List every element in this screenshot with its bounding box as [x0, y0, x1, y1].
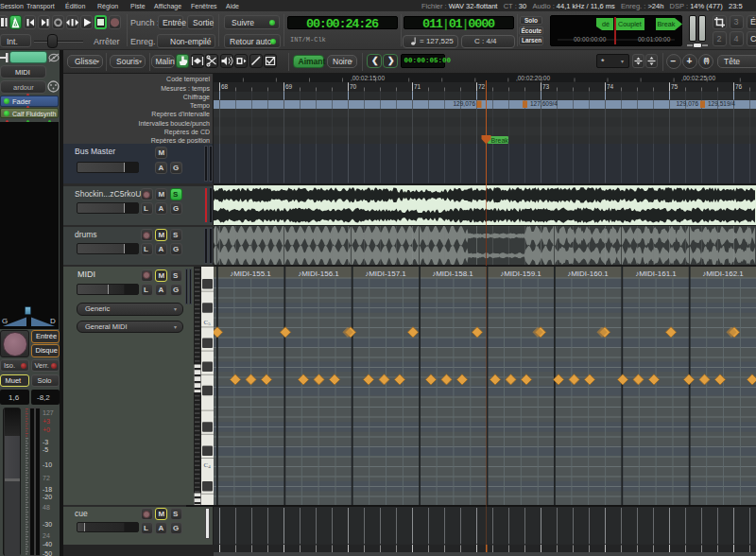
svg-text:♪MIDI-162.1: ♪MIDI-162.1	[702, 269, 744, 277]
svg-text:♪MIDI-156.1: ♪MIDI-156.1	[298, 269, 339, 277]
svg-text:,00:02:20:00: ,00:02:20:00	[516, 75, 551, 81]
svg-text:,00:02:25:00: ,00:02:25:00	[681, 75, 716, 81]
svg-text:00:01:00:00: 00:01:00:00	[638, 36, 671, 43]
svg-text:129,076: 129,076	[677, 100, 699, 107]
svg-text:127,609/4: 127,609/4	[530, 100, 558, 107]
svg-text:D: D	[50, 317, 56, 325]
svg-text:♪MIDI-160.1: ♪MIDI-160.1	[567, 269, 609, 277]
svg-text:♪MIDI-161.1: ♪MIDI-161.1	[635, 269, 677, 277]
svg-text:C4: C4	[204, 460, 212, 468]
svg-text:69: 69	[285, 83, 293, 90]
svg-text:dé: dé	[602, 20, 610, 28]
svg-text:129,076: 129,076	[454, 100, 476, 107]
svg-text:70: 70	[350, 83, 357, 90]
svg-text:00:00:00:00: 00:00:00:00	[574, 36, 607, 43]
svg-text:73: 73	[542, 83, 550, 90]
svg-text:71: 71	[414, 83, 421, 90]
svg-text:129,519/4: 129,519/4	[708, 100, 735, 107]
svg-text:72: 72	[478, 83, 486, 90]
svg-text:♪MIDI-155.1: ♪MIDI-155.1	[230, 269, 271, 277]
svg-text:68: 68	[221, 83, 229, 90]
svg-text:♪MIDI-159.1: ♪MIDI-159.1	[500, 269, 541, 277]
svg-text:75: 75	[671, 83, 679, 90]
svg-text:G: G	[2, 317, 8, 325]
svg-text:Couplet: Couplet	[618, 20, 642, 28]
svg-text:C5: C5	[204, 318, 212, 325]
svg-text:76: 76	[735, 83, 743, 90]
svg-text:74: 74	[607, 83, 614, 90]
svg-text:♪MIDI-158.1: ♪MIDI-158.1	[432, 269, 473, 277]
svg-text:♪MIDI-157.1: ♪MIDI-157.1	[365, 269, 406, 277]
svg-text:Break: Break	[658, 20, 676, 28]
svg-text:,00:02:15:00: ,00:02:15:00	[351, 75, 386, 81]
